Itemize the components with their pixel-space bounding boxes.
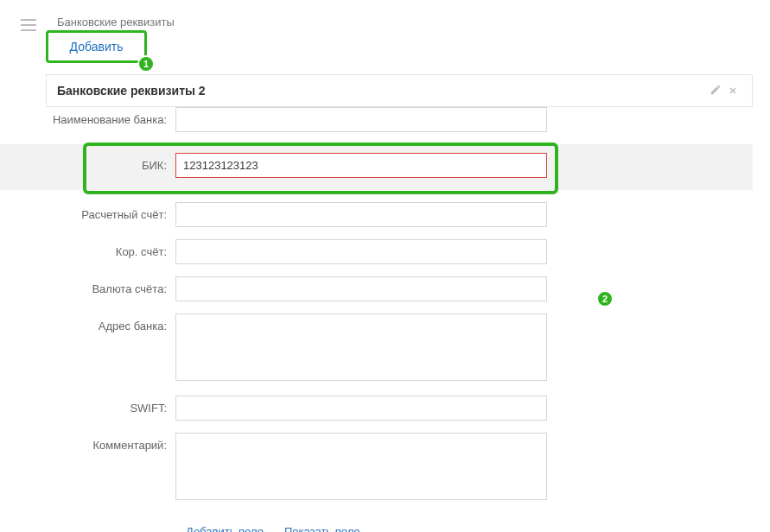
input-address[interactable] xyxy=(175,314,547,381)
input-account[interactable] xyxy=(175,202,547,227)
label-currency: Валюта счёта: xyxy=(46,276,175,295)
label-comment: Комментарий: xyxy=(46,433,175,452)
add-button-highlight: Добавить xyxy=(46,30,147,63)
bottom-links: Добавить поле Показать поле xyxy=(186,525,360,532)
step-badge-2: 2 xyxy=(596,290,614,307)
row-account: Расчетный счёт: xyxy=(46,202,753,227)
label-account: Расчетный счёт: xyxy=(46,202,175,221)
section-header: Банковские реквизиты 2 xyxy=(46,74,753,107)
label-bank-name: Наименование банка: xyxy=(46,107,175,126)
show-field-link[interactable]: Показать поле xyxy=(284,525,360,532)
label-bik: БИК: xyxy=(46,153,175,172)
hamburger-icon[interactable] xyxy=(21,19,36,31)
add-field-link[interactable]: Добавить поле xyxy=(186,525,264,532)
input-corr[interactable] xyxy=(175,239,547,264)
input-comment[interactable] xyxy=(175,433,547,500)
add-button[interactable]: Добавить xyxy=(70,40,124,54)
row-swift: SWIFT: xyxy=(46,396,753,421)
step-badge-1: 1 xyxy=(137,55,155,73)
input-bank-name[interactable] xyxy=(175,107,547,132)
bank-form: Наименование банка: БИК: 2 Расчетный счё… xyxy=(46,107,753,515)
row-bik-highlight: БИК: xyxy=(0,144,753,190)
close-icon[interactable] xyxy=(724,84,741,98)
row-address: Адрес банка: xyxy=(46,314,753,383)
section-title: Банковские реквизиты 2 xyxy=(57,84,707,98)
label-swift: SWIFT: xyxy=(46,396,175,415)
label-corr: Кор. счёт: xyxy=(46,239,175,258)
input-swift[interactable] xyxy=(175,396,547,421)
label-address: Адрес банка: xyxy=(46,314,175,332)
page-title: Банковские реквизиты xyxy=(57,16,175,28)
row-bank-name: Наименование банка: xyxy=(46,107,753,132)
input-bik[interactable] xyxy=(175,153,547,178)
row-comment: Комментарий: xyxy=(46,433,753,503)
row-corr: Кор. счёт: xyxy=(46,239,753,264)
row-currency: Валюта счёта: xyxy=(46,276,753,301)
input-currency[interactable] xyxy=(175,276,547,301)
edit-icon[interactable] xyxy=(707,84,724,98)
